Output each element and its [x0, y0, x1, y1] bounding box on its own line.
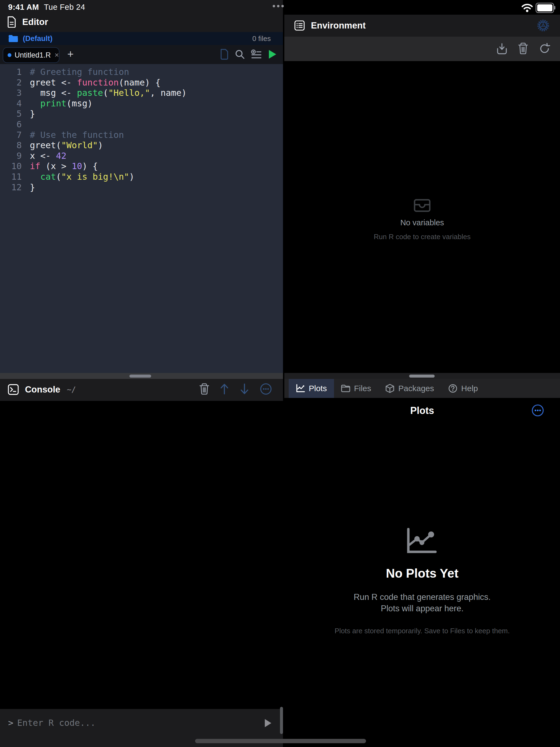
- add-tab-button[interactable]: +: [67, 48, 74, 60]
- console-scrollbar[interactable]: [280, 707, 283, 734]
- console-title: Console: [25, 384, 60, 395]
- workspace-name[interactable]: (Default): [23, 34, 53, 43]
- environment-empty-title: No variables: [284, 218, 560, 227]
- tab-help[interactable]: Help: [441, 379, 485, 398]
- plots-header: Plots: [284, 398, 560, 423]
- editor-console-divider[interactable]: [0, 373, 283, 379]
- refresh-button[interactable]: [539, 43, 550, 55]
- divider-handle[interactable]: [409, 375, 435, 378]
- tab-packages[interactable]: Packages: [378, 379, 441, 398]
- run-button[interactable]: [268, 49, 277, 59]
- code-line[interactable]: 11 cat("x is big!\n"): [0, 172, 283, 182]
- new-file-button[interactable]: [220, 49, 229, 60]
- files-count: 0 files: [252, 34, 271, 43]
- console-header: Console ~/: [0, 379, 283, 401]
- code-line[interactable]: 8greet("World"): [0, 140, 283, 151]
- history-down-button[interactable]: [240, 383, 249, 395]
- run-code-button[interactable]: [264, 718, 272, 728]
- clear-console-button[interactable]: [199, 383, 209, 395]
- code-line[interactable]: 3 msg <- paste("Hello,", name): [0, 88, 283, 98]
- environment-empty-subtitle: Run R code to create variables: [284, 233, 560, 241]
- line-number: 3: [0, 88, 22, 98]
- tab-label: Packages: [398, 384, 434, 393]
- status-date: Tue Feb 24: [44, 3, 85, 11]
- line-number: 2: [0, 77, 22, 88]
- line-number: 1: [0, 67, 22, 77]
- line-number: 9: [0, 151, 22, 161]
- environment-header: Environment: [284, 15, 560, 37]
- tab-files[interactable]: Files: [334, 379, 378, 398]
- line-number: 4: [0, 98, 22, 109]
- code-line[interactable]: 12}: [0, 182, 283, 193]
- environment-plots-divider[interactable]: [284, 373, 560, 379]
- code-line[interactable]: 7# Use the function: [0, 130, 283, 140]
- screen: 9:41 AMTue Feb 24 Edit: [0, 0, 560, 747]
- line-number: 6: [0, 119, 22, 130]
- environment-list-icon: [294, 20, 305, 31]
- code-line[interactable]: 10if (x > 10) {: [0, 161, 283, 172]
- console-prompt: >: [8, 718, 13, 728]
- code-line[interactable]: 2greet <- function(name) {: [0, 77, 283, 88]
- tab-label: Help: [461, 384, 478, 393]
- no-variables-icon: [414, 198, 431, 212]
- plots-empty-line1: Run R code that generates graphics.: [284, 591, 560, 603]
- plots-more-button[interactable]: [531, 404, 544, 417]
- console-output[interactable]: [0, 401, 283, 709]
- plots-chart-icon: [296, 384, 305, 393]
- tab-label: Plots: [309, 384, 327, 393]
- code-line[interactable]: 6: [0, 119, 283, 130]
- multitasking-dots-icon[interactable]: [273, 5, 284, 7]
- console-more-button[interactable]: [260, 383, 272, 395]
- divider-handle[interactable]: [129, 375, 151, 378]
- code-line[interactable]: 5}: [0, 109, 283, 119]
- history-up-button[interactable]: [219, 383, 229, 395]
- close-tab-icon[interactable]: ×: [55, 51, 59, 59]
- export-button[interactable]: [497, 43, 507, 55]
- workspace-folder-icon: [8, 34, 19, 43]
- tab-untitled1[interactable]: Untitled1.R ×: [3, 47, 59, 63]
- console-placeholder: Enter R code...: [17, 718, 96, 728]
- console-path: ~/: [67, 385, 76, 394]
- tab-label: Files: [354, 384, 371, 393]
- line-number: 8: [0, 140, 22, 151]
- workspace-bar[interactable]: (Default) 0 files: [0, 32, 283, 45]
- clear-environment-button[interactable]: [518, 43, 528, 55]
- environment-toolbar: [284, 37, 560, 61]
- plots-empty-title: No Plots Yet: [284, 566, 560, 581]
- status-bar: 9:41 AMTue Feb 24: [0, 0, 560, 15]
- editor-title: Editor: [22, 17, 48, 27]
- plots-tab-bar: Plots Files Packages: [284, 379, 560, 398]
- status-clock: 9:41 AMTue Feb 24: [8, 3, 85, 12]
- no-plots-icon: [405, 528, 439, 555]
- code-line[interactable]: 4 print(msg): [0, 98, 283, 109]
- line-number: 5: [0, 109, 22, 119]
- line-number: 10: [0, 161, 22, 172]
- files-folder-icon: [341, 384, 350, 392]
- plots-empty-note: Plots are stored temporarily. Save to Fi…: [284, 627, 560, 635]
- packages-box-icon: [385, 384, 395, 393]
- line-number: 11: [0, 172, 22, 182]
- home-indicator[interactable]: [195, 739, 366, 743]
- environment-content: No variables Run R code to create variab…: [284, 61, 560, 373]
- plots-content: No Plots Yet Run R code that generates g…: [284, 423, 560, 747]
- code-line[interactable]: 1# Greeting function: [0, 67, 283, 77]
- insert-button[interactable]: [251, 49, 262, 59]
- battery-icon: [536, 3, 554, 13]
- code-editor[interactable]: 1# Greeting function2greet <- function(n…: [0, 64, 283, 373]
- plots-empty-line2: Plots will appear here.: [284, 603, 560, 614]
- wifi-icon: [522, 3, 533, 12]
- console-terminal-icon: [8, 384, 19, 395]
- line-number: 12: [0, 182, 22, 193]
- status-time: 9:41 AM: [8, 3, 39, 11]
- tab-plots[interactable]: Plots: [289, 379, 334, 398]
- tab-name: Untitled1.R: [15, 51, 51, 59]
- plots-title: Plots: [284, 405, 560, 416]
- search-button[interactable]: [235, 49, 245, 59]
- editor-doc-icon: [7, 16, 16, 28]
- code-line[interactable]: 9x <- 42: [0, 151, 283, 161]
- editor-tab-bar: Untitled1.R × +: [0, 45, 283, 64]
- line-number: 7: [0, 130, 22, 140]
- settings-gear-icon[interactable]: [536, 19, 550, 32]
- help-icon: [448, 384, 457, 393]
- environment-title: Environment: [311, 20, 366, 31]
